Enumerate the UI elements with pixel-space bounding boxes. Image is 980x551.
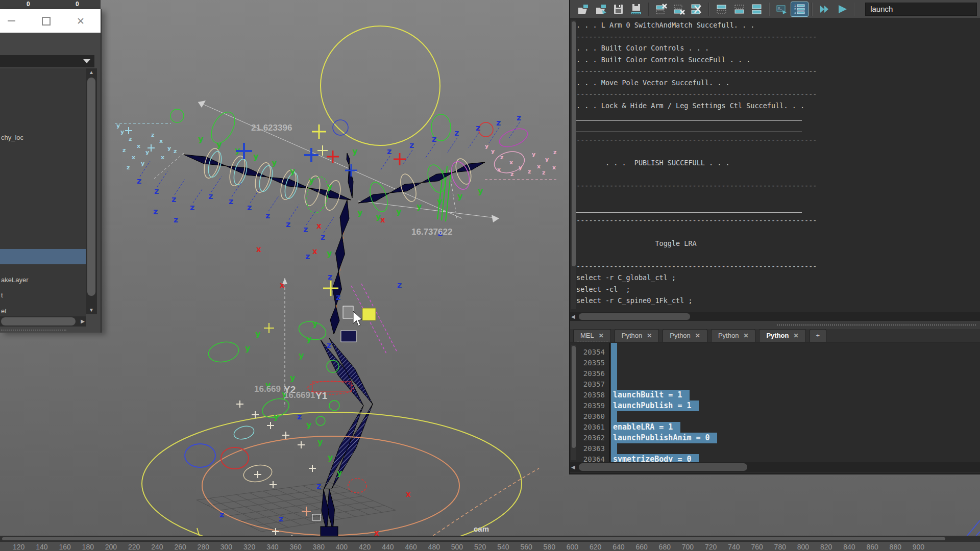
list-item-selected[interactable] [0, 249, 86, 264]
code-line[interactable]: 20360 [570, 411, 980, 422]
tab-close-icon[interactable]: ✕ [743, 330, 748, 342]
script-output-pane[interactable]: . . . L Arm 0 SwitchAndMatch Succefull. … [576, 19, 974, 311]
svg-text:z: z [172, 194, 176, 204]
code-line[interactable]: 20356 [570, 368, 980, 379]
tab-python[interactable]: Python✕ [615, 329, 659, 342]
list-item[interactable]: et [0, 306, 86, 317]
code-line[interactable]: 20361enableLRA = 1 [570, 422, 980, 433]
code-line[interactable]: 20355 [570, 358, 980, 368]
svg-text:x: x [406, 490, 411, 499]
code-line[interactable]: 20364symetrizeBody = 0 [570, 454, 980, 462]
svg-text:y: y [352, 146, 358, 156]
timeline[interactable]: 1201401601802002202402602803003203403603… [0, 542, 980, 551]
svg-text:x: x [509, 159, 513, 166]
scroll-down-icon[interactable]: ▼ [86, 306, 97, 314]
scrollbar-thumb[interactable] [572, 21, 576, 266]
scrollbar-thumb[interactable] [572, 346, 576, 448]
output-blank-line [576, 169, 974, 181]
line-numbers-button[interactable]: 123 [791, 2, 808, 16]
filter-dropdown[interactable] [0, 55, 94, 67]
svg-text:y: y [478, 186, 483, 196]
tab-label: MEL [580, 330, 594, 342]
selection-highlight [611, 379, 617, 390]
code-horizontal-scrollbar[interactable]: ◀ [570, 462, 980, 472]
scroll-up-icon[interactable]: ▲ [86, 68, 97, 77]
output-horizontal-scrollbar[interactable]: ◀ [570, 312, 980, 321]
code-line[interactable] [570, 343, 980, 347]
show-history-pane-button[interactable] [713, 2, 730, 16]
tab-python[interactable]: Python✕ [663, 329, 707, 342]
window-titlebar[interactable]: ✕ [0, 9, 101, 33]
scroll-right-icon[interactable]: ▶ [81, 317, 85, 325]
close-button[interactable]: ✕ [75, 15, 86, 27]
list-item[interactable]: chy_loc [0, 132, 86, 143]
code-line[interactable]: 20363 [570, 443, 980, 454]
clear-input-button[interactable] [671, 2, 688, 16]
execute-button[interactable] [834, 2, 850, 16]
svg-text:y: y [491, 148, 495, 155]
execute-all-button[interactable] [816, 2, 833, 16]
code-vertical-scrollbar[interactable] [571, 345, 576, 460]
scrollbar-thumb[interactable] [1, 317, 76, 325]
clear-all-button[interactable] [688, 2, 705, 16]
show-input-pane-button[interactable] [731, 2, 748, 16]
range-bar[interactable] [2, 537, 945, 540]
command-input[interactable] [865, 3, 977, 16]
code-line[interactable]: 20354 [570, 347, 980, 358]
output-vertical-scrollbar[interactable] [571, 20, 576, 309]
outliner-list[interactable]: chy_locakeLayertets_set [0, 68, 86, 321]
svg-text:y: y [274, 412, 279, 421]
tab-close-icon[interactable]: ✕ [695, 330, 700, 342]
scroll-left-icon[interactable]: ◀ [571, 314, 575, 320]
time-range-slider[interactable] [0, 536, 980, 542]
pane-splitter[interactable] [570, 321, 980, 329]
resize-grip[interactable] [1, 330, 66, 331]
svg-text:x: x [316, 221, 322, 231]
tab-close-icon[interactable]: ✕ [647, 330, 652, 342]
show-both-panes-button[interactable] [749, 2, 766, 16]
scrollbar-thumb[interactable] [87, 78, 95, 296]
tab-mel[interactable]: MEL✕ [573, 329, 611, 342]
selection-highlight [611, 343, 617, 347]
list-horizontal-scrollbar[interactable]: ▶ [0, 316, 86, 327]
save-script-to-shelf-button[interactable] [628, 2, 645, 16]
scrollbar-thumb[interactable] [579, 463, 747, 471]
selection-highlight [611, 368, 617, 379]
toolbar-separator [812, 3, 813, 16]
output-solid-line [576, 111, 974, 123]
toolbar-separator [708, 3, 709, 16]
tab-python-active[interactable]: Python✕ [759, 329, 805, 342]
tab-close-icon[interactable]: ✕ [599, 330, 604, 342]
output-dash-line: ----------------------------------------… [576, 65, 974, 77]
code-text: symetrizeBody = 0 [613, 454, 692, 462]
quick-help-button[interactable]: //.. [773, 2, 790, 16]
list-vertical-scrollbar[interactable]: ▲ ▼ [86, 68, 97, 314]
script-input-pane[interactable]: 2035420355203562035720358launchBuilt = 1… [570, 343, 980, 462]
gutter-divider [609, 343, 610, 462]
source-script-button[interactable] [593, 2, 609, 16]
scroll-left-icon[interactable]: ◀ [571, 464, 575, 470]
show-both-panes-icon [751, 4, 763, 15]
save-script-button[interactable] [610, 2, 627, 16]
svg-text:y: y [245, 343, 251, 353]
timeline-tick-label: 260 [174, 543, 186, 551]
measurement-label: 16.737622 [411, 227, 452, 237]
maximize-button[interactable] [40, 15, 52, 27]
clear-history-button[interactable] [653, 2, 670, 16]
code-line[interactable]: 20358launchBuilt = 1 [570, 390, 980, 400]
svg-text:y: y [317, 437, 323, 447]
tab-close-icon[interactable]: ✕ [794, 330, 799, 342]
scrollbar-thumb[interactable] [579, 313, 690, 320]
code-line[interactable]: 20359launchPublish = 1 [570, 400, 980, 411]
open-script-button[interactable] [575, 2, 592, 16]
minimize-icon [8, 20, 15, 21]
list-item[interactable]: t [0, 290, 86, 301]
list-item[interactable]: akeLayer [0, 274, 86, 286]
svg-text:y: y [116, 122, 120, 129]
code-line[interactable]: 20357 [570, 379, 980, 390]
new-tab-button[interactable]: + [810, 329, 827, 342]
svg-text:z: z [279, 514, 283, 523]
tab-python[interactable]: Python✕ [711, 329, 756, 342]
code-line[interactable]: 20362launchPublishAnim = 0 [570, 433, 980, 443]
minimize-button[interactable] [6, 15, 17, 27]
